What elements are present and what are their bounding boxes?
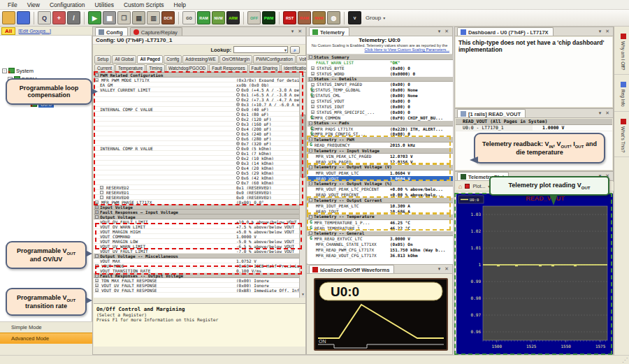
register-value[interactable]: +10.0 % above/below VOUT [236, 219, 301, 224]
program-chip-icon[interactable]: ▶ [88, 11, 101, 24]
simple-mode-button[interactable]: Simple Mode [0, 321, 92, 333]
telemetry-row-mfr-temperature-1-p[interactable]: GMFR_TEMPERATURE_1_P...46.25 °C [308, 220, 453, 226]
radio-option[interactable] [236, 156, 240, 160]
register-row-reserved2[interactable]: ✓RESERVED20x1 (RESERVED) [94, 185, 301, 190]
radio-option[interactable] [236, 181, 240, 184]
expand-icon[interactable]: + [311, 110, 314, 114]
tab-temperature[interactable]: Temperature [115, 64, 145, 73]
save-icon[interactable] [17, 11, 30, 24]
register-value[interactable]: 0x0 (40 pF) [236, 107, 301, 111]
telemetry-row-mfr-channel-state-lt71xx[interactable]: MFR_CHANNEL_STATE_LT71XX(0x05) On [308, 242, 453, 247]
off-chip-icon[interactable]: OFF [247, 11, 261, 24]
dock-tab-what-s-this[interactable]: What's This? [614, 115, 629, 157]
radio-option[interactable] [236, 166, 240, 170]
register-row-internal-comp-r-value[interactable]: 0x2 (10 kOhm) [94, 156, 301, 161]
register-row-internal-comp-c-value[interactable]: 0x6 (280 pF) [94, 136, 301, 141]
config-window-buttons[interactable]: ▾ ✕ [291, 29, 303, 34]
expand-icon[interactable]: + [311, 72, 314, 75]
register-row-internal-comp-r-value[interactable]: 0x3 (14 kOhm) [94, 161, 301, 166]
clipboard-icon[interactable]: ▤ [132, 11, 145, 24]
ram-to-nvm-icon[interactable]: NVM [212, 11, 225, 24]
register-value[interactable]: 0x2 (10 kOhm) [236, 156, 301, 160]
advanced-mode-button[interactable]: Advanced Mode [0, 333, 92, 344]
expand-icon[interactable]: + [95, 201, 99, 204]
register-row-vout-uv-fault-response[interactable]: +VOUT_UV_FAULT_RESPONSE(0x00) Ignore [94, 283, 301, 288]
register-row-internal-comp-c-value[interactable]: 0x2 (120 pF) [94, 117, 301, 122]
telemetry-row-status-iout[interactable]: +STATUS_IOUT(0x00) 0 [308, 104, 453, 110]
readvout-row[interactable]: U0:0 - LT7170_11.0000 V [456, 125, 612, 131]
register-row-valley-current-limit[interactable]: VALLEY_CURRENT_LIMIT0x0 (+4.5 A / -3.0 A… [94, 87, 301, 92]
menu-help[interactable]: Help [169, 1, 191, 9]
expand-icon[interactable]: + [311, 66, 314, 70]
tab-config[interactable]: Config [95, 27, 128, 36]
register-value[interactable]: +7.5 % above/below VOUT [236, 224, 301, 228]
register-row-vout-margin-low[interactable]: VOUT_MARGIN_LOW-5.0 % above/below VOUT [94, 239, 301, 244]
edit-groups-link[interactable]: [Edit Groups...] [18, 29, 51, 34]
tab-dashboard[interactable]: Dashboard - U0 (7'h4F) - LT717X [457, 27, 554, 36]
section-toggle-icon[interactable]: − [95, 73, 99, 77]
register-value[interactable]: 0x2 (120 pF) [236, 117, 301, 121]
store-icon[interactable]: ◍ [327, 11, 340, 24]
section-header-output-voltage[interactable]: −Output Voltage [94, 214, 301, 219]
tree-expand-icon[interactable]: − [2, 68, 7, 73]
radio-option[interactable] [236, 171, 240, 175]
telemetry-section-telemetry-input-voltage[interactable]: −Telemetry -- Input Voltage [308, 148, 453, 154]
resize-grip[interactable]: ⋰ [622, 357, 628, 363]
dock-tab-reg-info[interactable]: Reg Info [614, 78, 629, 112]
register-value[interactable]: 0x3 (+10.7 A / -6.0 A per phase) [236, 102, 301, 106]
register-row-vout-ov-warn-limit[interactable]: VOUT_OV_WARN_LIMIT+7.5 % above/below VOU… [94, 224, 301, 229]
telemetry-section-telemetry-output-voltage-v[interactable]: −Telemetry -- Output Voltage (V) [308, 165, 453, 170]
register-value[interactable]: 1.0000 V [236, 234, 301, 238]
wizard-icon[interactable]: / [67, 11, 80, 24]
register-row-internal-comp-r-value[interactable]: 0x1 (7 kOhm) [94, 151, 301, 156]
tab-timing[interactable]: Timing [146, 64, 165, 73]
tab-watchdog-pgood[interactable]: Watchdog/PGOOD [166, 64, 208, 73]
section-toggle-icon[interactable]: + [95, 205, 99, 209]
section-header-fault-responses-output-voltage[interactable]: −Fault Responses -- Output Voltage [94, 273, 301, 278]
register-row-vout-ov-fault-response[interactable]: +VOUT_OV_FAULT_RESPONSE(0xB8) Immediate … [94, 288, 301, 293]
radio-option[interactable] [236, 108, 240, 111]
register-row-vout-margin-high[interactable]: VOUT_MARGIN_HIGH+5.0 % above/below VOUT [94, 229, 301, 234]
register-value[interactable]: 0x6 (42 kOhm) [236, 175, 301, 180]
dock-tab-why-am-i-off[interactable]: Why am I Off? [614, 29, 629, 75]
section-toggle-icon[interactable]: − [309, 198, 312, 202]
expand-icon[interactable]: + [311, 100, 314, 103]
section-toggle-icon[interactable]: − [309, 122, 312, 125]
telemetry-row-status-vout[interactable]: +STATUS_VOUT(0x00) 0 [308, 99, 453, 104]
arm-icon[interactable]: ARM [226, 11, 240, 24]
register-row-internal-comp-c-value[interactable]: 0x7 (320 pF) [94, 141, 301, 146]
register-value[interactable]: (0xB8) Immediate Off, Infinite_Retry [236, 288, 301, 292]
register-row-valley-current-limit[interactable]: 0x2 (+7.3 A / -4.7 A per phase) [94, 97, 301, 102]
register-row-mfr-pwm-mode-lt717x[interactable]: +MFR_PWM_MODE_LT717X(0x3/0x) Expand for … [94, 78, 301, 82]
register-value[interactable]: 0x4 (200 pF) [236, 126, 301, 131]
chevron-down-icon[interactable]: ▾ [383, 15, 385, 20]
register-row-ton-max-fault-response[interactable]: +TON_MAX_FAULT_RESPONSE(0x00) Ignore [94, 278, 301, 283]
telemetry-window-buttons[interactable]: ▾ ✕ [438, 29, 450, 34]
section-toggle-icon[interactable]: − [309, 55, 312, 59]
tab-telemetry[interactable]: Telemetry [309, 27, 349, 36]
tab-fault-sharing[interactable]: Fault Sharing [249, 64, 280, 73]
tab-pwmconfiguration[interactable]: PWMConfiguration [253, 55, 296, 64]
register-value[interactable]: 0x1 (+6.5 A / -3.8 A per phase) [236, 92, 301, 96]
open-folder-icon[interactable] [2, 11, 15, 24]
checkbox-icon[interactable] [100, 196, 103, 199]
dcr-icon[interactable]: DCR [161, 11, 175, 24]
telemetry-section-status-pads[interactable]: −Status -- Pads [308, 121, 453, 126]
register-value[interactable]: 0x3 (14 kOhm) [236, 161, 301, 165]
register-value[interactable]: -7.0 % above/below VOUT [236, 249, 301, 253]
menu-file[interactable]: File [3, 1, 22, 9]
register-value[interactable]: +5.0 % above/below VOUT [236, 229, 301, 233]
register-value[interactable]: (0x00) 0.0° [236, 200, 301, 204]
reset-icon[interactable]: RST [283, 11, 296, 24]
menu-view[interactable]: View [22, 1, 45, 9]
register-value[interactable]: 0x7 (320 pF) [236, 141, 301, 145]
telemetry-row-mfr-vout-peak-ltc[interactable]: MFR_VOUT_PEAK_LTC1.0604 V [308, 170, 453, 176]
register-value[interactable]: (0x60) IEEE Half Precision Floatin... [236, 263, 301, 268]
radio-option[interactable] [236, 176, 240, 180]
radio-selected[interactable] [236, 103, 240, 106]
checkbox-icon[interactable] [100, 191, 103, 194]
radio-option[interactable] [236, 88, 240, 92]
section-toggle-icon[interactable]: − [309, 182, 312, 185]
expand-icon[interactable]: + [95, 289, 99, 292]
register-value[interactable]: 0.100 V/ms [236, 268, 301, 272]
